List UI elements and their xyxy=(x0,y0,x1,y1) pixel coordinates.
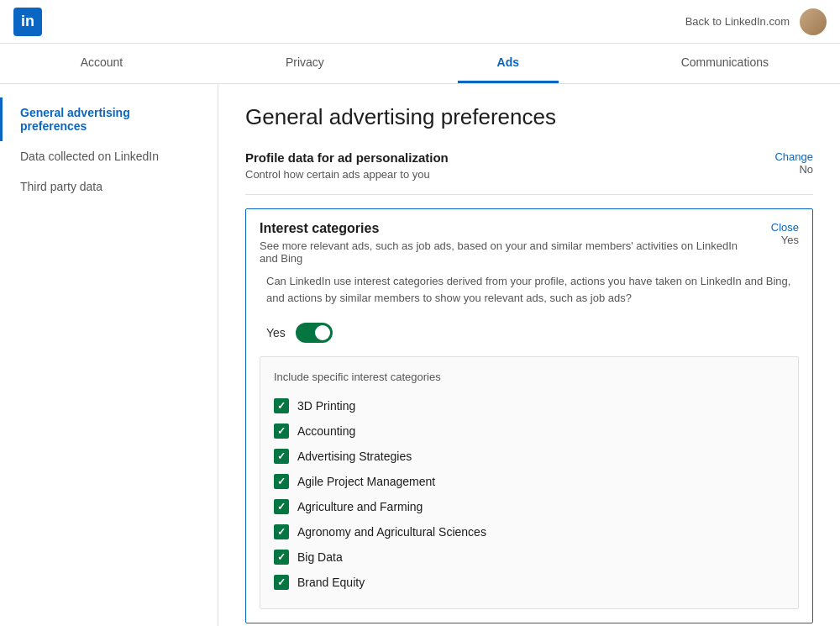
toggle-label: Yes xyxy=(266,326,286,339)
toggle-row: Yes xyxy=(246,316,812,356)
profile-data-subtitle: Control how certain ads appear to you xyxy=(245,168,449,181)
tab-ads[interactable]: Ads xyxy=(458,44,559,83)
category-label-3d-printing: 3D Printing xyxy=(297,399,355,413)
sidebar-item-general-advertising[interactable]: General advertising preferences xyxy=(0,97,218,141)
category-label-agile-project-management: Agile Project Management xyxy=(297,475,435,488)
category-label-accounting: Accounting xyxy=(297,424,355,438)
profile-data-right: Change No xyxy=(774,150,813,176)
category-label-brand-equity: Brand Equity xyxy=(297,576,365,589)
sidebar-item-third-party[interactable]: Third party data xyxy=(0,171,218,202)
profile-data-change-link[interactable]: Change xyxy=(774,150,813,163)
interest-card-title: Interest categories xyxy=(260,221,747,236)
page-title: General advertising preferences xyxy=(245,104,813,130)
interest-description: Can LinkedIn use interest categories der… xyxy=(246,273,812,316)
back-to-linkedin-link[interactable]: Back to LinkedIn.com xyxy=(685,15,790,28)
tab-communications[interactable]: Communications xyxy=(661,44,789,83)
category-label-agronomy-and-agricultural-sciences: Agronomy and Agricultural Sciences xyxy=(297,525,486,539)
checkbox-agriculture-and-farming[interactable] xyxy=(274,499,289,514)
category-item-advertising-strategies: Advertising Strategies xyxy=(274,444,785,469)
interest-card-header: Interest categories See more relevant ad… xyxy=(246,209,812,273)
tab-account[interactable]: Account xyxy=(51,44,152,83)
checkbox-advertising-strategies[interactable] xyxy=(274,449,289,464)
category-label-big-data: Big Data xyxy=(297,550,343,564)
profile-data-title: Profile data for ad personalization xyxy=(245,150,449,165)
linkedin-logo-icon: in xyxy=(13,8,42,36)
category-label-agriculture-and-farming: Agriculture and Farming xyxy=(297,500,423,513)
category-item-agronomy-and-agricultural-sciences: Agronomy and Agricultural Sciences xyxy=(274,519,785,544)
profile-data-section: Profile data for ad personalization Cont… xyxy=(245,150,813,195)
header: in Back to LinkedIn.com xyxy=(0,0,840,44)
checkbox-3d-printing[interactable] xyxy=(274,398,289,413)
profile-data-info: Profile data for ad personalization Cont… xyxy=(245,150,449,181)
nav-tabs: Account Privacy Ads Communications xyxy=(0,44,840,84)
checkbox-accounting[interactable] xyxy=(274,423,289,439)
category-label-advertising-strategies: Advertising Strategies xyxy=(297,450,412,463)
layout: General advertising preferences Data col… xyxy=(0,84,840,626)
header-right: Back to LinkedIn.com xyxy=(685,8,827,35)
interest-categories-card: Interest categories See more relevant ad… xyxy=(245,208,813,623)
category-item-brand-equity: Brand Equity xyxy=(274,570,785,595)
checkbox-agronomy-and-agricultural-sciences[interactable] xyxy=(274,524,289,539)
interest-card-info: Interest categories See more relevant ad… xyxy=(260,221,747,265)
sidebar-item-data-collected[interactable]: Data collected on LinkedIn xyxy=(0,141,218,171)
checkbox-agile-project-management[interactable] xyxy=(274,474,289,489)
categories-title: Include specific interest categories xyxy=(274,371,785,383)
category-item-agile-project-management: Agile Project Management xyxy=(274,469,785,494)
categories-box: Include specific interest categories 3D … xyxy=(260,356,799,609)
category-item-accounting: Accounting xyxy=(274,418,785,444)
interest-card-value: Yes xyxy=(781,234,799,246)
checkbox-big-data[interactable] xyxy=(274,550,289,565)
interest-toggle[interactable] xyxy=(296,323,333,343)
interest-card-close-button[interactable]: Close xyxy=(771,221,799,234)
header-left: in xyxy=(13,8,42,36)
category-item-agriculture-and-farming: Agriculture and Farming xyxy=(274,494,785,519)
tab-privacy[interactable]: Privacy xyxy=(255,44,355,83)
profile-data-value: No xyxy=(799,163,813,176)
checkbox-brand-equity[interactable] xyxy=(274,575,289,590)
category-item-big-data: Big Data xyxy=(274,544,785,570)
category-item-3d-printing: 3D Printing xyxy=(274,393,785,418)
main-content: General advertising preferences Profile … xyxy=(218,84,840,626)
interest-card-close-section: Close Yes xyxy=(771,221,799,246)
sidebar: General advertising preferences Data col… xyxy=(0,84,218,626)
avatar[interactable] xyxy=(800,8,827,35)
interest-card-subtitle: See more relevant ads, such as job ads, … xyxy=(260,239,747,265)
